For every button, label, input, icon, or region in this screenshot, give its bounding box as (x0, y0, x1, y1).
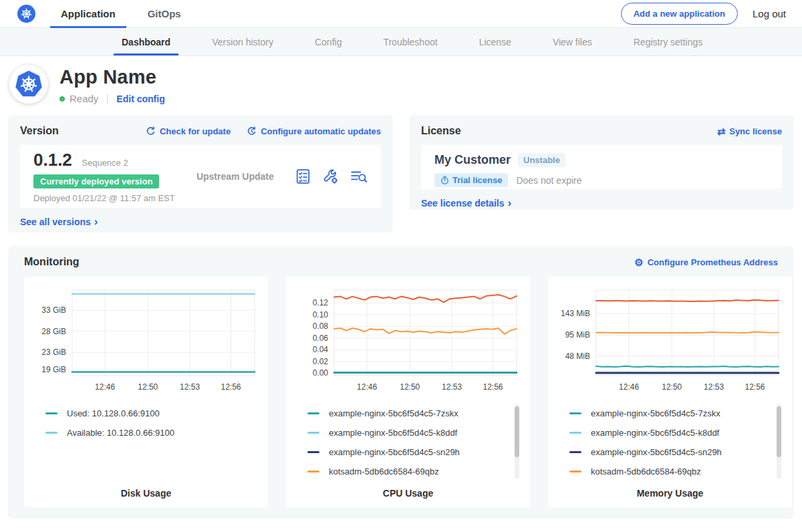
version-card: Version Check for update Configure au (8, 115, 393, 233)
chart-title: Memory Usage (555, 488, 785, 499)
app-kubernetes-icon (9, 65, 48, 104)
legend-label: Available: 10.128.0.66:9100 (67, 428, 174, 438)
legend-item: example-nginx-5bc6f5d4c5-sn29h (307, 442, 523, 462)
configure-prometheus-link[interactable]: ⚙ Configure Prometheus Address (634, 257, 778, 267)
kubernetes-logo-icon (17, 5, 35, 23)
legend-swatch (569, 471, 581, 473)
svg-text:12:53: 12:53 (180, 382, 200, 392)
monitoring-title: Monitoring (24, 256, 80, 268)
svg-text:12:46: 12:46 (95, 382, 115, 392)
chart-title: Disk Usage (31, 488, 261, 499)
status-ready-dot (59, 96, 65, 102)
svg-text:12:50: 12:50 (138, 382, 158, 392)
scrollbar-thumb[interactable] (515, 406, 519, 457)
license-card-title: License (421, 125, 461, 137)
svg-text:12:50: 12:50 (662, 382, 682, 392)
legend-swatch (45, 412, 57, 414)
license-card: License ⇄ Sync license My Customer Unsta… (409, 115, 794, 210)
check-for-update-link[interactable]: Check for update (146, 126, 231, 136)
cpu-usage-legend: example-nginx-5bc6f5d4c5-7zskxexample-ng… (307, 404, 523, 488)
sync-arrows-icon: ⇄ (717, 126, 726, 136)
legend-swatch (45, 432, 57, 434)
logout-button[interactable]: Log out (753, 8, 786, 19)
svg-text:0.04: 0.04 (313, 345, 329, 354)
memory-usage-legend: example-nginx-5bc6f5d4c5-7zskxexample-ng… (569, 404, 785, 488)
version-card-title: Version (20, 125, 59, 137)
gear-icon: ⚙ (634, 257, 643, 267)
svg-text:95 MiB: 95 MiB (565, 330, 590, 340)
tab-troubleshoot[interactable]: Troubleshoot (380, 28, 440, 55)
see-all-versions-link[interactable]: See all versions › (20, 216, 98, 227)
memory-usage-plot: 12:4612:5012:5312:56143 MiB95 MiB48 MiB (555, 283, 785, 398)
add-application-button[interactable]: Add a new application (621, 3, 738, 25)
svg-text:0.06: 0.06 (313, 334, 329, 343)
app-sub-nav: DashboardVersion historyConfigTroublesho… (0, 28, 802, 56)
scrollbar-thumb[interactable] (777, 406, 781, 457)
legend-item: example-nginx-5bc6f5d4c5-k8ddf (307, 423, 523, 442)
svg-text:0.00: 0.00 (313, 368, 329, 378)
license-summary-row: My Customer Unstable Trial license Does … (421, 145, 782, 189)
svg-text:48 MiB: 48 MiB (565, 352, 590, 361)
legend-scrollbar[interactable] (515, 404, 519, 479)
svg-text:19 GiB: 19 GiB (41, 365, 66, 374)
tab-version-history[interactable]: Version history (209, 28, 276, 55)
topnav-tab-application[interactable]: Application (59, 0, 117, 28)
chevron-right-icon: › (508, 197, 512, 209)
license-expiry-text: Does not expire (516, 175, 581, 186)
tab-registry-settings[interactable]: Registry settings (631, 28, 705, 55)
topnav-tabs: ApplicationGitOps (59, 0, 212, 28)
svg-text:0.08: 0.08 (313, 321, 329, 331)
configure-automatic-updates-link[interactable]: Configure automatic updates (247, 126, 381, 136)
memory-usage-chart-card: 12:4612:5012:5312:56143 MiB95 MiB48 MiB … (548, 277, 792, 507)
legend-swatch (307, 471, 319, 473)
monitoring-card: Monitoring ⚙ Configure Prometheus Addres… (8, 246, 794, 519)
disk-usage-legend: Used: 10.128.0.66:9100Available: 10.128.… (45, 404, 261, 488)
see-license-details-link[interactable]: See license details › (421, 197, 511, 209)
legend-item: kotsadm-5db6dc6584-69qbz (569, 462, 785, 481)
legend-item: example-nginx-5bc6f5d4c5-sn29h (569, 442, 785, 462)
legend-item: example-nginx-5bc6f5d4c5-k8ddf (569, 423, 785, 442)
legend-label: kotsadm-5db6dc6584-69qbz (591, 467, 701, 477)
legend-swatch (569, 432, 581, 434)
version-number: 0.1.2 (33, 150, 72, 170)
top-nav: ApplicationGitOps Add a new application … (0, 0, 802, 28)
legend-scrollbar[interactable] (777, 404, 781, 479)
legend-label: example-nginx-5bc6f5d4c5-7zskx (591, 408, 720, 418)
legend-item: Available: 10.128.0.66:9100 (45, 423, 261, 442)
deployed-version-badge: Currently deployed version (33, 174, 159, 188)
current-version-row: 0.1.2 Sequence 2 Currently deployed vers… (20, 145, 381, 208)
chart-title: CPU Usage (293, 488, 523, 499)
tab-dashboard[interactable]: Dashboard (119, 28, 173, 55)
svg-text:12:50: 12:50 (400, 382, 420, 392)
deployed-timestamp: Deployed 01/21/22 @ 11:57 am EST (33, 193, 175, 203)
preflight-checklist-icon[interactable] (295, 168, 311, 184)
legend-swatch (307, 451, 319, 453)
config-wrench-gear-icon[interactable] (323, 168, 339, 184)
diff-files-icon[interactable] (350, 168, 368, 184)
topnav-tab-gitops[interactable]: GitOps (146, 0, 182, 28)
legend-label: example-nginx-5bc6f5d4c5-7zskx (329, 408, 458, 418)
legend-item: example-nginx-5bc6f5d4c5-7zskx (569, 404, 785, 423)
tab-view-files[interactable]: View files (550, 28, 595, 55)
legend-swatch (307, 432, 319, 434)
legend-swatch (569, 412, 581, 414)
page-title: App Name (59, 66, 165, 88)
sequence-label: Sequence 2 (82, 158, 128, 168)
svg-text:0.10: 0.10 (313, 310, 329, 319)
stopwatch-icon (440, 176, 449, 184)
app-header: App Name Ready Edit config (0, 56, 802, 110)
tab-license[interactable]: License (477, 28, 514, 55)
chevron-right-icon: › (94, 216, 98, 227)
legend-label: Used: 10.128.0.66:9100 (67, 408, 160, 418)
edit-config-link[interactable]: Edit config (116, 94, 164, 104)
svg-text:12:56: 12:56 (221, 382, 241, 392)
tab-config[interactable]: Config (312, 28, 344, 55)
disk-usage-plot: 12:4612:5012:5312:5633 GiB28 GiB23 GiB19… (31, 283, 261, 398)
svg-text:12:56: 12:56 (483, 382, 503, 392)
svg-text:12:53: 12:53 (704, 382, 724, 392)
legend-item: example-nginx-5bc6f5d4c5-7zskx (307, 404, 523, 423)
sync-license-link[interactable]: ⇄ Sync license (717, 126, 782, 136)
legend-swatch (307, 412, 319, 414)
license-type-badge: Trial license (434, 173, 508, 187)
cpu-usage-chart-card: 12:4612:5012:5312:560.120.100.080.060.04… (286, 277, 530, 507)
